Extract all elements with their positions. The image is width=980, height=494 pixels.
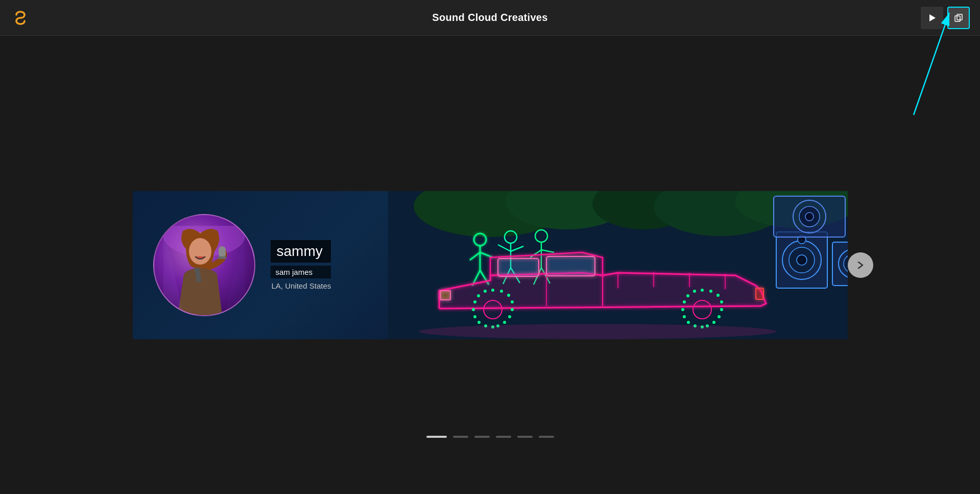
slide-card: sammy sam james LA, United States: [133, 191, 848, 339]
svg-point-70: [683, 315, 686, 318]
dot-3[interactable]: [474, 436, 490, 438]
svg-point-74: [693, 290, 696, 293]
svg-point-45: [511, 308, 514, 311]
header: Sound Cloud Creatives: [0, 0, 980, 36]
play-icon: [927, 13, 937, 22]
svg-rect-37: [440, 291, 450, 300]
copy-button[interactable]: [947, 7, 970, 29]
svg-rect-29: [498, 258, 539, 276]
svg-point-65: [712, 321, 715, 324]
svg-point-52: [473, 315, 476, 318]
avatar-silhouette: [163, 226, 245, 315]
dot-4[interactable]: [496, 436, 511, 438]
svg-point-55: [477, 294, 480, 297]
svg-rect-93: [219, 246, 226, 257]
svg-point-60: [709, 290, 712, 293]
svg-point-69: [687, 321, 690, 324]
svg-point-89: [419, 324, 776, 339]
svg-point-56: [484, 290, 487, 293]
profile-handle: sam james: [271, 266, 331, 278]
play-button[interactable]: [921, 7, 943, 29]
svg-point-71: [681, 308, 684, 311]
copy-icon: [954, 13, 963, 22]
svg-point-46: [508, 315, 511, 318]
svg-point-88: [805, 213, 814, 221]
svg-point-43: [507, 294, 510, 297]
svg-point-92: [189, 238, 211, 265]
avatar: [153, 214, 255, 316]
profile-info: sammy sam james LA, United States: [271, 240, 331, 290]
svg-point-59: [701, 289, 704, 292]
profile-section: sammy sam james LA, United States: [133, 214, 378, 316]
neon-art: [388, 191, 848, 339]
svg-point-61: [716, 294, 720, 297]
svg-rect-94: [218, 256, 226, 259]
avatar-inner: [154, 215, 254, 315]
svg-point-53: [472, 308, 475, 311]
svg-point-41: [491, 289, 494, 292]
logo-area: [10, 8, 31, 28]
dot-2[interactable]: [453, 436, 468, 438]
chevron-right-icon: [855, 260, 866, 270]
svg-point-47: [503, 321, 506, 324]
svg-rect-2: [957, 14, 962, 20]
svg-point-42: [500, 290, 503, 293]
svg-point-62: [720, 300, 723, 303]
svg-point-63: [720, 308, 723, 311]
header-actions: [921, 7, 970, 29]
svg-point-57: [484, 300, 502, 319]
dot-6[interactable]: [539, 436, 554, 438]
neon-scene: [388, 191, 848, 339]
svg-point-75: [693, 300, 711, 319]
page-title: Sound Cloud Creatives: [432, 12, 547, 23]
svg-point-54: [473, 300, 476, 303]
svg-point-51: [477, 321, 481, 324]
app-logo-icon: [10, 8, 31, 28]
svg-rect-1: [955, 16, 960, 21]
dot-1[interactable]: [426, 436, 447, 438]
svg-point-79: [797, 255, 807, 265]
dot-5[interactable]: [517, 436, 533, 438]
profile-location: LA, United States: [271, 281, 331, 290]
svg-rect-38: [756, 288, 763, 299]
svg-rect-30: [546, 256, 595, 276]
svg-point-72: [683, 300, 686, 303]
svg-marker-0: [929, 14, 936, 21]
svg-point-44: [511, 300, 514, 303]
slide-container: sammy sam james LA, United States: [133, 191, 848, 339]
main-content: sammy sam james LA, United States: [0, 36, 980, 494]
svg-point-64: [718, 315, 721, 318]
svg-point-73: [686, 294, 689, 297]
next-slide-button[interactable]: [848, 252, 873, 278]
profile-name: sammy: [271, 240, 331, 263]
slide-indicators: [426, 436, 554, 438]
